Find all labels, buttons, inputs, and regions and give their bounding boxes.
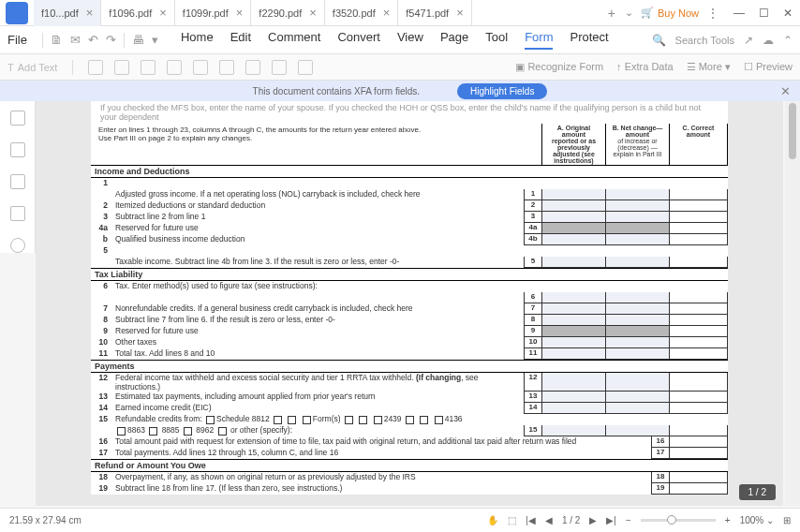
col-a-header: A. Original amountreported or as previou… — [542, 124, 606, 165]
notice-text: This document contains XFA form fields. — [253, 86, 420, 96]
add-text-tool[interactable]: TAdd Text — [7, 62, 57, 73]
tab-close-icon[interactable]: × — [383, 6, 391, 20]
tabs-container: f10...pdf×f1096.pdf×f1099r.pdf×f2290.pdf… — [34, 0, 599, 26]
comments-icon[interactable] — [10, 174, 25, 189]
form-line: 16Total amount paid with request for ext… — [91, 436, 728, 448]
cloud-icon[interactable]: ☁ — [763, 34, 774, 47]
menu-convert[interactable]: Convert — [337, 30, 380, 50]
menu-page[interactable]: Page — [440, 30, 468, 50]
checkbox-tool-icon[interactable] — [114, 60, 129, 75]
attachments-icon[interactable] — [10, 206, 25, 221]
scrollbar-thumb[interactable] — [789, 103, 796, 159]
print-dropdown-icon[interactable]: ▾ — [152, 33, 158, 47]
more-button[interactable]: ☰ More ▾ — [687, 61, 731, 73]
tab-0[interactable]: f10...pdf× — [34, 0, 101, 26]
fit-page-icon[interactable]: ⊞ — [783, 515, 791, 525]
form-line: 6Tax. Enter method(s) used to figure tax… — [91, 281, 728, 292]
form-line: 11Total tax. Add lines 8 and 1011 — [91, 348, 728, 360]
undo-icon[interactable]: ↶ — [88, 33, 98, 47]
tab-close-icon[interactable]: × — [236, 6, 244, 20]
section-title: Refund or Amount You Owe — [91, 459, 728, 472]
signature-tool-icon[interactable] — [245, 60, 260, 75]
menu-protect[interactable]: Protect — [570, 30, 608, 50]
tab-close-icon[interactable]: × — [456, 6, 464, 20]
minimize-button[interactable]: — — [727, 7, 751, 20]
document-viewport[interactable]: If you checked the MFS box, enter the na… — [36, 101, 783, 506]
button-tool-icon[interactable] — [219, 60, 234, 75]
new-tab-button[interactable]: + — [599, 6, 625, 21]
menu-view[interactable]: View — [397, 30, 423, 50]
extra-data-button[interactable]: ↑ Extra Data — [616, 61, 674, 73]
next-page-icon[interactable]: ▶ — [589, 515, 597, 525]
search-panel-icon[interactable] — [10, 238, 25, 253]
share-icon[interactable]: ↗ — [744, 34, 753, 47]
form-line: 8863 8885 8962 or other (specify):15 — [91, 425, 728, 436]
tab-5[interactable]: f5471.pdf× — [398, 0, 471, 26]
tab-2[interactable]: f1099r.pdf× — [175, 0, 252, 26]
zoom-out-icon[interactable]: − — [626, 515, 631, 525]
menu-tool[interactable]: Tool — [485, 30, 508, 50]
textfield-tool-icon[interactable] — [88, 60, 103, 75]
collapse-icon[interactable]: ⌃ — [783, 34, 793, 47]
page-number-input[interactable]: 1 / 2 — [562, 515, 580, 525]
page-dimensions: 21.59 x 27.94 cm — [9, 515, 81, 525]
form-line: Adjusted gross income. If a net operatin… — [91, 189, 728, 200]
section-title: Payments — [91, 360, 728, 373]
vertical-scrollbar[interactable] — [785, 101, 800, 506]
listbox-tool-icon[interactable] — [193, 60, 208, 75]
zoom-slider-thumb[interactable] — [667, 515, 676, 525]
dropdown-tool-icon[interactable] — [167, 60, 182, 75]
tab-close-icon[interactable]: × — [309, 6, 317, 20]
tab-overflow-icon[interactable]: ⌄ — [625, 7, 633, 19]
image-tool-icon[interactable] — [272, 60, 287, 75]
status-bar: 21.59 x 27.94 cm ✋ ⬚ |◀ ◀ 1 / 2 ▶ ▶| − +… — [0, 508, 800, 532]
recognize-form-button[interactable]: ▣ Recognize Form — [515, 61, 603, 73]
menu-form[interactable]: Form — [525, 30, 553, 50]
tab-3[interactable]: f2290.pdf× — [251, 0, 324, 26]
thumbnails-icon[interactable] — [10, 111, 25, 126]
highlight-fields-button[interactable]: Highlight Fields — [457, 83, 547, 99]
notice-close-icon[interactable]: ✕ — [780, 84, 791, 98]
prev-page-icon[interactable]: ◀ — [545, 515, 553, 525]
instruction-2: Use Part III on page 2 to explain any ch… — [98, 134, 534, 142]
tab-1[interactable]: f1096.pdf× — [101, 0, 174, 26]
form-line: 8Subtract line 7 from line 6. If the res… — [91, 315, 728, 326]
hand-tool-icon[interactable]: ✋ — [487, 515, 498, 525]
menu-comment[interactable]: Comment — [268, 30, 320, 50]
bookmarks-icon[interactable] — [10, 142, 25, 157]
menu-bar: File 🗎 ✉ ↶ ↷ 🖶 ▾ HomeEditCommentConvertV… — [0, 26, 800, 54]
save-icon[interactable]: 🗎 — [51, 33, 63, 47]
tab-4[interactable]: f3520.pdf× — [325, 0, 398, 26]
table-header: Enter on lines 1 through 23, columns A t… — [91, 124, 728, 165]
file-menu[interactable]: File — [7, 33, 27, 47]
section-title: Tax Liability — [91, 268, 728, 281]
redo-icon[interactable]: ↷ — [106, 33, 116, 47]
tab-close-icon[interactable]: × — [159, 6, 167, 20]
buy-now-link[interactable]: Buy Now — [641, 7, 699, 19]
tab-close-icon[interactable]: × — [86, 6, 94, 20]
menu-home[interactable]: Home — [181, 30, 214, 50]
titlebar-more-icon[interactable]: ⋮ — [706, 6, 719, 21]
form-line: 1 — [91, 178, 728, 189]
zoom-in-icon[interactable]: + — [725, 515, 731, 525]
search-icon[interactable]: 🔍 — [652, 34, 666, 47]
maximize-button[interactable]: ☐ — [751, 7, 776, 20]
date-tool-icon[interactable] — [298, 60, 313, 75]
col-c-header: C. Correct amount — [670, 124, 728, 165]
form-line: 4aReserved for future use4a — [91, 223, 728, 234]
select-tool-icon[interactable]: ⬚ — [508, 515, 516, 525]
form-line: 5 — [91, 245, 728, 257]
first-page-icon[interactable]: |◀ — [526, 515, 536, 525]
close-button[interactable]: ✕ — [776, 7, 800, 20]
print-icon[interactable]: 🖶 — [132, 33, 144, 47]
zoom-slider[interactable] — [641, 519, 716, 522]
main-menu: HomeEditCommentConvertViewPageToolFormPr… — [181, 30, 609, 50]
zoom-level-dropdown[interactable]: 100% ⌄ — [740, 515, 774, 525]
search-tools-button[interactable]: Search Tools — [675, 35, 734, 46]
menu-edit[interactable]: Edit — [230, 30, 251, 50]
mail-icon[interactable]: ✉ — [70, 33, 81, 47]
last-page-icon[interactable]: ▶| — [606, 515, 616, 525]
preview-button[interactable]: ☐ Preview — [744, 61, 793, 73]
radio-tool-icon[interactable] — [141, 60, 156, 75]
cutoff-line: If you checked the MFS box, enter the na… — [91, 101, 728, 124]
